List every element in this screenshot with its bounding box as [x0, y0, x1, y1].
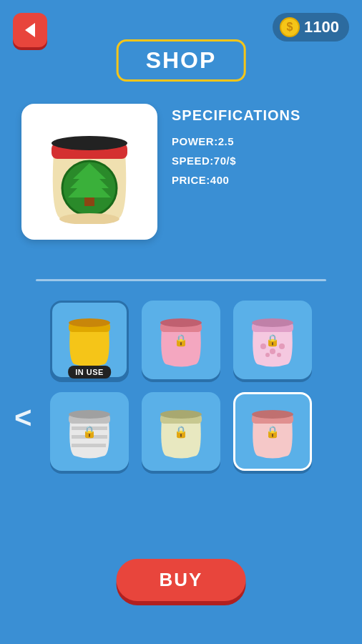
coin-amount: 1100 [304, 18, 339, 36]
item-grid: IN USE 🔒 🔒 [43, 301, 319, 484]
specs-title: SPECIFICATIONS [172, 107, 341, 124]
spec-speed: SPEED:70/$ [172, 155, 341, 167]
grid-item-5[interactable]: 🔒 [142, 392, 220, 471]
grid-item-6[interactable]: 🔒 [233, 392, 312, 471]
grid-row-2: 🔒 🔒 🔒 [43, 392, 319, 471]
svg-rect-23 [72, 444, 106, 447]
coin-display: $ 1100 [273, 13, 349, 42]
left-arrow-button[interactable]: < [14, 401, 32, 435]
spec-power: POWER:2.5 [172, 135, 341, 147]
product-image-box [21, 104, 157, 240]
shop-title-container: SHOP [117, 39, 246, 82]
grid-item-4[interactable]: 🔒 [50, 392, 129, 471]
svg-rect-6 [84, 197, 94, 206]
grid-item-3[interactable]: 🔒 [233, 301, 312, 379]
back-arrow-icon [25, 23, 35, 37]
svg-point-17 [265, 353, 270, 357]
svg-point-1 [52, 136, 127, 150]
spec-price: PRICE:400 [172, 174, 341, 186]
svg-point-11 [160, 318, 202, 327]
svg-point-18 [277, 353, 281, 357]
divider [36, 279, 326, 281]
lock-icon-4: 🔒 [82, 425, 97, 439]
svg-point-16 [279, 343, 285, 349]
grid-item-2[interactable]: 🔒 [142, 301, 220, 379]
in-use-badge: IN USE [68, 366, 111, 379]
back-button[interactable] [13, 13, 47, 47]
grid-item-1[interactable]: IN USE [50, 301, 129, 379]
lock-icon-5: 🔒 [174, 425, 188, 439]
lock-icon-6: 🔒 [265, 425, 280, 439]
lock-icon-3: 🔒 [265, 333, 280, 347]
buy-button[interactable]: BUY [117, 559, 246, 601]
svg-point-20 [69, 410, 110, 419]
svg-point-15 [270, 348, 275, 354]
product-area: SPECIFICATIONS POWER:2.5 SPEED:70/$ PRIC… [21, 104, 341, 240]
main-cup-image [43, 120, 136, 224]
coin-icon: $ [280, 17, 300, 37]
specs-panel: SPECIFICATIONS POWER:2.5 SPEED:70/$ PRIC… [172, 104, 341, 193]
lock-icon-2: 🔒 [174, 333, 188, 347]
svg-point-25 [160, 410, 202, 419]
shop-title: SHOP [146, 47, 217, 74]
grid-row-1: IN USE 🔒 🔒 [43, 301, 319, 379]
svg-point-13 [252, 318, 293, 327]
svg-point-9 [69, 318, 110, 327]
svg-point-27 [252, 410, 293, 419]
